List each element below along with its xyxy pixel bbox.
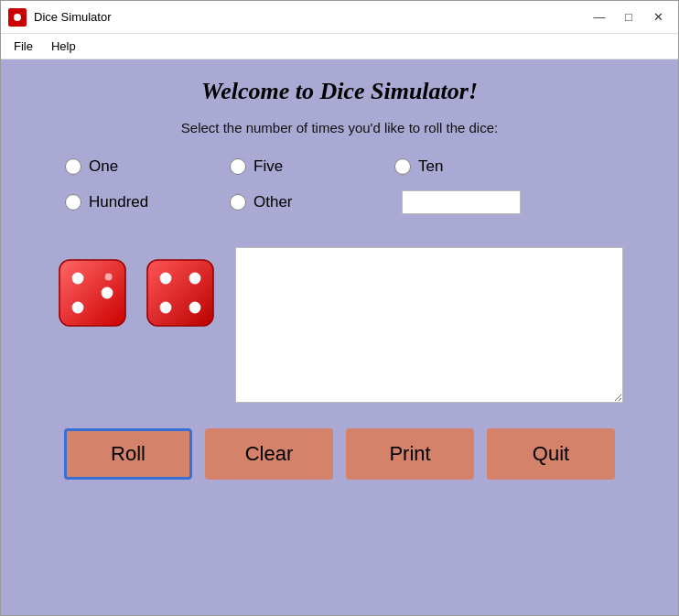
radio-other[interactable]: Other [230,193,394,211]
svg-rect-5 [147,260,213,326]
radio-input-hundred[interactable] [65,194,81,211]
app-icon-inner [14,14,21,21]
radio-label-hundred: Hundred [89,193,148,211]
window-title: Dice Simulator [34,10,112,24]
app-icon [8,8,27,27]
svg-point-10 [193,274,199,279]
print-button[interactable]: Print [346,428,474,480]
main-content: Welcome to Dice Simulator! Select the nu… [1,59,678,615]
radio-input-other[interactable] [230,194,246,211]
menu-file[interactable]: File [5,36,42,57]
result-textarea[interactable] [235,247,623,403]
svg-point-3 [72,302,84,314]
radio-label-one: One [89,157,118,176]
radio-hundred[interactable]: Hundred [65,193,230,211]
main-window: Dice Simulator — □ ✕ File Help Welcome t… [0,0,679,616]
svg-point-4 [105,273,113,280]
radio-label-five: Five [253,157,283,176]
radio-label-other: Other [253,193,293,211]
svg-point-1 [72,273,84,285]
menu-bar: File Help [1,34,678,59]
close-button[interactable]: ✕ [645,7,671,27]
die-2 [144,256,217,330]
welcome-title: Welcome to Dice Simulator! [201,78,478,105]
svg-point-8 [160,302,172,314]
radio-input-ten[interactable] [394,158,411,175]
dice-area [56,247,217,330]
clear-button[interactable]: Clear [205,428,333,480]
radio-row-2: Hundred Other [65,190,614,214]
roll-button[interactable]: Roll [64,428,192,480]
radio-input-one[interactable] [65,158,81,175]
maximize-button[interactable]: □ [616,7,641,27]
middle-section [56,247,623,403]
other-input[interactable] [402,190,521,214]
die-1 [56,256,129,330]
radio-label-ten: Ten [418,157,443,176]
radio-group: One Five Ten Hundred Other [65,157,614,229]
svg-rect-0 [59,260,125,326]
subtitle: Select the number of times you'd like to… [181,120,498,135]
title-bar-controls: — □ ✕ [587,7,671,27]
title-bar-left: Dice Simulator [8,8,112,27]
button-row: Roll Clear Print Quit [64,428,615,480]
svg-point-9 [189,302,201,314]
quit-button[interactable]: Quit [487,428,615,480]
radio-ten[interactable]: Ten [394,157,559,176]
title-bar: Dice Simulator — □ ✕ [1,1,678,34]
minimize-button[interactable]: — [587,7,612,27]
menu-help[interactable]: Help [42,36,85,57]
svg-point-6 [160,273,172,285]
radio-five[interactable]: Five [230,157,394,176]
radio-row-1: One Five Ten [65,157,614,176]
radio-one[interactable]: One [65,157,230,176]
svg-point-2 [102,287,113,299]
radio-input-five[interactable] [230,158,246,175]
